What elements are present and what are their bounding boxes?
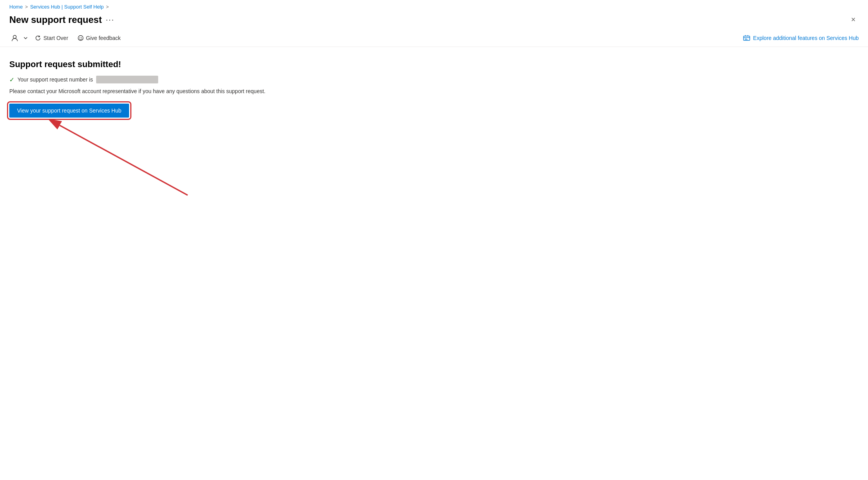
refresh-icon bbox=[35, 35, 41, 41]
close-button[interactable]: × bbox=[848, 14, 859, 26]
explore-features-label: Explore additional features on Services … bbox=[753, 35, 859, 41]
breadcrumb-home[interactable]: Home bbox=[9, 4, 23, 10]
give-feedback-label: Give feedback bbox=[86, 35, 121, 41]
more-options-button[interactable]: ··· bbox=[106, 15, 115, 24]
annotation-arrow bbox=[9, 118, 223, 203]
start-over-button[interactable]: Start Over bbox=[31, 33, 72, 43]
feedback-icon bbox=[78, 35, 84, 41]
page-title: New support request bbox=[9, 14, 102, 25]
submitted-title: Support request submitted! bbox=[9, 59, 859, 69]
start-over-label: Start Over bbox=[43, 35, 68, 41]
svg-point-2 bbox=[79, 37, 80, 38]
breadcrumb-separator-2: > bbox=[106, 4, 109, 10]
breadcrumb-services-hub[interactable]: Services Hub | Support Self Help bbox=[30, 4, 104, 10]
contact-text: Please contact your Microsoft account re… bbox=[9, 88, 859, 94]
redacted-request-number bbox=[96, 76, 158, 83]
view-support-request-button[interactable]: View your support request on Services Hu… bbox=[9, 104, 129, 118]
user-icon[interactable] bbox=[9, 33, 20, 43]
svg-point-3 bbox=[81, 37, 82, 38]
breadcrumb-separator-1: > bbox=[25, 4, 28, 10]
give-feedback-button[interactable]: Give feedback bbox=[74, 33, 125, 43]
checkmark-icon: ✓ bbox=[9, 76, 14, 83]
explore-icon bbox=[743, 35, 750, 41]
svg-line-6 bbox=[60, 125, 188, 195]
svg-point-0 bbox=[13, 35, 16, 38]
chevron-down-icon[interactable] bbox=[22, 34, 29, 42]
explore-features-link[interactable]: Explore additional features on Services … bbox=[743, 35, 859, 41]
breadcrumb: Home > Services Hub | Support Self Help … bbox=[0, 0, 868, 11]
request-number-text: Your support request number is bbox=[17, 76, 93, 83]
